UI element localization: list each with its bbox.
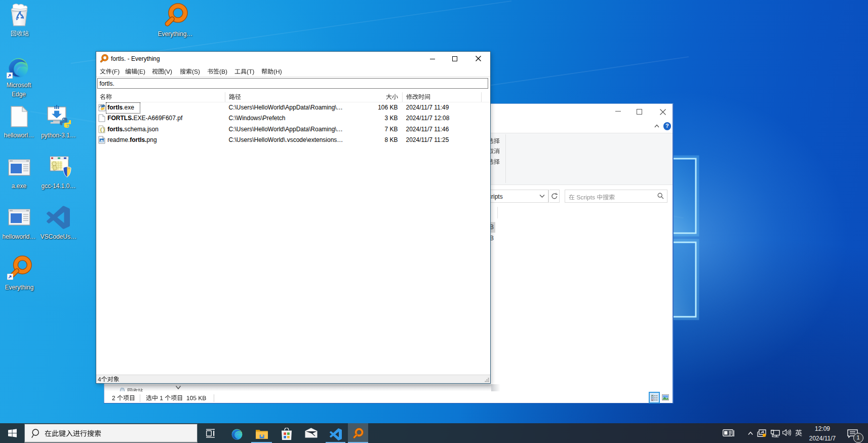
svg-text:{}: {} <box>100 128 105 133</box>
